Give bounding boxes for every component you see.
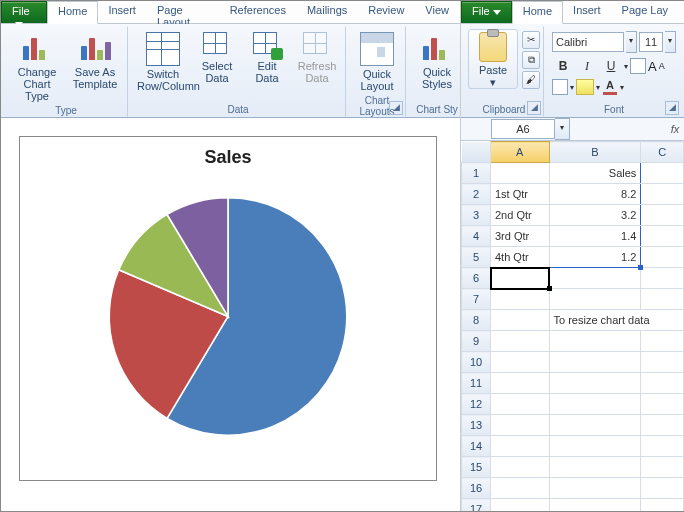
chevron-down-icon[interactable]: ▾ bbox=[665, 31, 676, 53]
cell-C2[interactable] bbox=[641, 184, 684, 205]
dialog-launcher-icon[interactable]: ◢ bbox=[389, 101, 403, 115]
cell-B11[interactable] bbox=[549, 373, 641, 394]
row-header-5[interactable]: 5 bbox=[462, 247, 491, 268]
cell-A2[interactable]: 1st Qtr bbox=[491, 184, 550, 205]
cell-B12[interactable] bbox=[549, 394, 641, 415]
quick-styles-button[interactable]: Quick Styles bbox=[412, 29, 460, 93]
cell-C6[interactable] bbox=[641, 268, 684, 289]
cell-C15[interactable] bbox=[641, 457, 684, 478]
cell-C13[interactable] bbox=[641, 415, 684, 436]
name-box[interactable]: A6 bbox=[491, 119, 555, 139]
cell-A5[interactable]: 4th Qtr bbox=[491, 247, 550, 268]
tab-review[interactable]: Review bbox=[358, 1, 415, 23]
column-header-B[interactable]: B bbox=[549, 142, 641, 163]
quick-layout-button[interactable]: Quick Layout bbox=[352, 29, 402, 95]
row-header-3[interactable]: 3 bbox=[462, 205, 491, 226]
cell-B6[interactable] bbox=[549, 268, 641, 289]
cell-A8[interactable] bbox=[491, 310, 550, 331]
cell-A11[interactable] bbox=[491, 373, 550, 394]
cell-B9[interactable] bbox=[549, 331, 641, 352]
pie-chart[interactable] bbox=[93, 176, 363, 446]
cell-C3[interactable] bbox=[641, 205, 684, 226]
dialog-launcher-icon[interactable]: ◢ bbox=[527, 101, 541, 115]
cell-B1[interactable]: Sales bbox=[549, 163, 641, 184]
cell-B13[interactable] bbox=[549, 415, 641, 436]
row-header-10[interactable]: 10 bbox=[462, 352, 491, 373]
chevron-down-icon[interactable]: ▾ bbox=[471, 76, 515, 86]
cell-A9[interactable] bbox=[491, 331, 550, 352]
cell-B2[interactable]: 8.2 bbox=[549, 184, 641, 205]
cell-C12[interactable] bbox=[641, 394, 684, 415]
cell-B17[interactable] bbox=[549, 499, 641, 512]
cell-C5[interactable] bbox=[641, 247, 684, 268]
cell-A10[interactable] bbox=[491, 352, 550, 373]
excel-tab-home[interactable]: Home bbox=[512, 1, 563, 24]
cell-C14[interactable] bbox=[641, 436, 684, 457]
cell-A14[interactable] bbox=[491, 436, 550, 457]
tab-mailings[interactable]: Mailings bbox=[297, 1, 358, 23]
row-header-6[interactable]: 6 bbox=[462, 268, 491, 289]
cell-A15[interactable] bbox=[491, 457, 550, 478]
excel-tab-file[interactable]: File bbox=[461, 1, 512, 23]
format-painter-button[interactable]: 🖌 bbox=[522, 71, 540, 89]
cell-A7[interactable] bbox=[491, 289, 550, 310]
cell-B3[interactable]: 3.2 bbox=[549, 205, 641, 226]
border-dropdown[interactable] bbox=[552, 79, 568, 95]
cell-C7[interactable] bbox=[641, 289, 684, 310]
shrink-font-button[interactable]: A bbox=[659, 61, 665, 71]
document-area[interactable]: Sales bbox=[1, 118, 460, 511]
chevron-down-icon[interactable]: ▾ bbox=[570, 83, 574, 92]
cell-B10[interactable] bbox=[549, 352, 641, 373]
excel-tab-page-layout[interactable]: Page Lay bbox=[612, 1, 679, 23]
chevron-down-icon[interactable]: ▾ bbox=[626, 31, 637, 53]
cell-A13[interactable] bbox=[491, 415, 550, 436]
row-header-15[interactable]: 15 bbox=[462, 457, 491, 478]
chevron-down-icon[interactable]: ▾ bbox=[624, 62, 628, 71]
tab-references[interactable]: References bbox=[220, 1, 297, 23]
cell-C16[interactable] bbox=[641, 478, 684, 499]
spreadsheet-grid[interactable]: ABC1Sales21st Qtr8.232nd Qtr3.243rd Qtr1… bbox=[461, 141, 684, 511]
excel-tab-insert[interactable]: Insert bbox=[563, 1, 612, 23]
tab-view[interactable]: View bbox=[415, 1, 460, 23]
edit-data-button[interactable]: Edit Data bbox=[242, 29, 292, 95]
cell-C17[interactable] bbox=[641, 499, 684, 512]
cell-A4[interactable]: 3rd Qtr bbox=[491, 226, 550, 247]
font-family-select[interactable]: Calibri bbox=[552, 32, 624, 52]
row-header-1[interactable]: 1 bbox=[462, 163, 491, 184]
cell-B8[interactable]: To resize chart data bbox=[549, 310, 683, 331]
fill-color-button[interactable] bbox=[576, 79, 594, 95]
tab-file[interactable]: File bbox=[1, 1, 47, 23]
chart-title[interactable]: Sales bbox=[26, 147, 430, 168]
borders-button[interactable] bbox=[630, 58, 646, 74]
cell-A3[interactable]: 2nd Qtr bbox=[491, 205, 550, 226]
row-header-16[interactable]: 16 bbox=[462, 478, 491, 499]
copy-button[interactable]: ⧉ bbox=[522, 51, 540, 69]
chevron-down-icon[interactable]: ▾ bbox=[555, 118, 570, 140]
chevron-down-icon[interactable]: ▾ bbox=[620, 83, 624, 92]
row-header-7[interactable]: 7 bbox=[462, 289, 491, 310]
chart-object[interactable]: Sales bbox=[19, 136, 437, 481]
switch-row-column-button[interactable]: Switch Row/Column bbox=[134, 29, 192, 95]
cell-A17[interactable] bbox=[491, 499, 550, 512]
font-color-button[interactable]: A bbox=[602, 79, 618, 95]
row-header-12[interactable]: 12 bbox=[462, 394, 491, 415]
underline-button[interactable]: U bbox=[600, 56, 622, 76]
cut-button[interactable]: ✂ bbox=[522, 31, 540, 49]
tab-insert[interactable]: Insert bbox=[98, 1, 147, 23]
tab-page-layout[interactable]: Page Layout bbox=[147, 1, 220, 23]
cell-A12[interactable] bbox=[491, 394, 550, 415]
cell-B4[interactable]: 1.4 bbox=[549, 226, 641, 247]
row-header-8[interactable]: 8 bbox=[462, 310, 491, 331]
font-size-select[interactable]: 11 bbox=[639, 32, 663, 52]
row-header-14[interactable]: 14 bbox=[462, 436, 491, 457]
select-all-corner[interactable] bbox=[462, 142, 491, 163]
dialog-launcher-icon[interactable]: ◢ bbox=[665, 101, 679, 115]
cell-B15[interactable] bbox=[549, 457, 641, 478]
italic-button[interactable]: I bbox=[576, 56, 598, 76]
cell-B5[interactable]: 1.2 bbox=[549, 247, 641, 268]
select-data-button[interactable]: Select Data bbox=[192, 29, 242, 95]
cell-C10[interactable] bbox=[641, 352, 684, 373]
row-header-9[interactable]: 9 bbox=[462, 331, 491, 352]
paste-button[interactable]: Paste ▾ bbox=[468, 29, 518, 89]
tab-home[interactable]: Home bbox=[47, 1, 98, 24]
